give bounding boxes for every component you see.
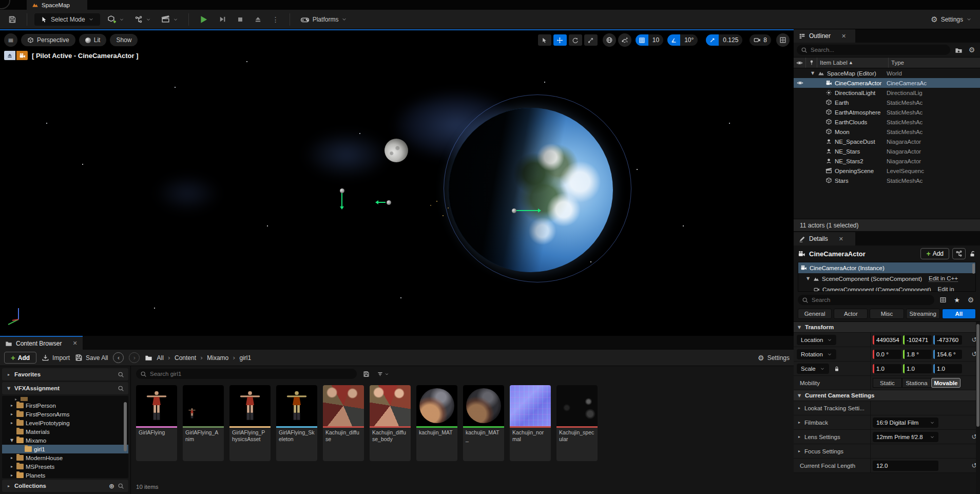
search-icon[interactable]: [118, 483, 124, 489]
edit-in-cpp-link[interactable]: Edit in: [938, 286, 954, 292]
outliner-row-stars[interactable]: Stars StaticMeshAc: [794, 176, 980, 185]
lens-settings-dropdown[interactable]: 12mm Prime f/2.8: [873, 432, 938, 442]
expand-arrow-icon[interactable]: ▸: [9, 455, 14, 460]
location-z-field[interactable]: -473760: [933, 335, 962, 345]
tree-row-planets[interactable]: ▸Planets: [2, 471, 128, 478]
tab-all[interactable]: All: [942, 309, 976, 319]
location-dropdown[interactable]: Location: [797, 335, 836, 345]
details-tab[interactable]: Details ✕: [794, 232, 855, 245]
outliner-tab[interactable]: Outliner ✕: [794, 29, 855, 43]
expand-arrow-icon[interactable]: ▸: [6, 372, 11, 377]
location-y-field[interactable]: -102471: [903, 335, 932, 345]
mobility-stationary-button[interactable]: Stationa: [902, 378, 931, 388]
outliner-row-openingscene[interactable]: OpeningScene LevelSequenc: [794, 166, 980, 176]
search-icon[interactable]: [118, 371, 124, 378]
asset-tile-girlaflying[interactable]: GirlAFlying: [136, 385, 177, 461]
blueprints-button[interactable]: [131, 13, 154, 26]
location-x-field[interactable]: 4490354: [873, 335, 901, 345]
add-component-button[interactable]: + Add: [920, 248, 949, 259]
item-label-column-header[interactable]: Item Label ▲: [817, 58, 889, 68]
show-dropdown[interactable]: Show: [110, 34, 138, 46]
close-icon[interactable]: ✕: [841, 33, 846, 40]
transform-section-header[interactable]: ▼ Transform: [794, 322, 980, 333]
camera-settings-section-header[interactable]: ▼ Current Camera Settings: [794, 390, 980, 401]
expand-arrow-icon[interactable]: ▸: [797, 420, 802, 425]
display-options-button[interactable]: [938, 295, 948, 305]
outliner-row-ne-stars2[interactable]: NE_Stars2 NiagaraActor: [794, 156, 980, 166]
outliner-row-world[interactable]: ▼ SpaceMap (Editor) World: [794, 68, 980, 78]
filmback-dropdown[interactable]: 16:9 Digital Film: [873, 417, 938, 428]
expand-arrow-icon[interactable]: ▸: [6, 484, 11, 488]
earth-planet[interactable]: [449, 108, 613, 272]
tree-row-girl1[interactable]: girl1: [2, 445, 128, 453]
visibility-eye-icon[interactable]: [794, 80, 806, 86]
platforms-dropdown[interactable]: Platforms: [297, 13, 351, 26]
asset-tile-kachujin-diffuse-body[interactable]: Kachujin_diffuse_body: [370, 385, 411, 461]
expand-arrow-icon[interactable]: ▸: [9, 421, 14, 425]
tree-row-mspresets[interactable]: ▸MSPresets: [2, 462, 128, 471]
focus-settings-row[interactable]: ▸ Focus Settings: [794, 444, 980, 459]
scale-tool-button[interactable]: [584, 34, 598, 46]
rotation-snap-control[interactable]: 10°: [667, 34, 698, 46]
gizmo-axis[interactable]: [341, 193, 342, 206]
lock-icon[interactable]: [834, 365, 840, 372]
back-button[interactable]: ‹: [113, 352, 124, 363]
skip-frame-button[interactable]: [216, 13, 229, 25]
tree-row-firstperson[interactable]: ▸FirstPerson: [2, 401, 128, 410]
tree-scrollbar[interactable]: [124, 402, 127, 451]
asset-tile-girlaflying-skeleton[interactable]: GirlAFlying_Skeleton: [276, 385, 317, 461]
mobility-static-button[interactable]: Static: [873, 378, 902, 388]
outliner-row-earth[interactable]: Earth StaticMeshAc: [794, 98, 980, 107]
outliner-row-ne-spacedust[interactable]: NE_SpaceDust NiagaraActor: [794, 137, 980, 146]
vfxassignment-header[interactable]: ▼ VFXAssignment: [2, 382, 128, 394]
details-settings-button[interactable]: ⚙: [966, 295, 976, 305]
level-viewport[interactable]: ≡ Perspective Lit Show 10 10°: [0, 29, 794, 336]
add-collection-icon[interactable]: ⊕: [109, 482, 114, 490]
import-button[interactable]: Import: [42, 354, 70, 362]
asset-tile-kachujin-normal[interactable]: Kachujin_normal: [510, 385, 551, 461]
crumb-content[interactable]: Content: [175, 354, 196, 362]
collections-header[interactable]: ▸ Collections ⊕: [2, 480, 128, 492]
expand-arrow-icon[interactable]: ▸: [9, 464, 14, 469]
expand-arrow-icon[interactable]: ▸: [797, 434, 802, 439]
viewport-options-menu[interactable]: ≡: [4, 33, 17, 47]
grid-snap-control[interactable]: 10: [636, 34, 663, 46]
details-scrollbar[interactable]: [976, 322, 980, 494]
play-button[interactable]: [196, 13, 212, 26]
rotation-dropdown[interactable]: Rotation: [797, 349, 836, 359]
details-search-input[interactable]: [812, 297, 930, 303]
app-logo[interactable]: [0, 0, 10, 9]
mobility-movable-button[interactable]: Movable: [931, 378, 960, 388]
asset-tile-kachujin-specular[interactable]: Kachujin_specular: [556, 385, 598, 461]
tree-row-firstpersonarms[interactable]: ▸FirstPersonArms: [2, 410, 128, 419]
perspective-dropdown[interactable]: Perspective: [21, 34, 75, 46]
close-icon[interactable]: ✕: [839, 236, 843, 242]
settings-dropdown[interactable]: ⚙ Settings: [928, 13, 975, 26]
surface-snapping-button[interactable]: [618, 33, 631, 47]
forward-button[interactable]: ›: [129, 352, 140, 363]
outliner-settings-button[interactable]: ⚙: [967, 45, 977, 55]
tree-row-clipped[interactable]: ▸: [2, 397, 128, 401]
save-level-button[interactable]: [5, 13, 20, 26]
view-mode-dropdown[interactable]: Lit: [79, 34, 107, 46]
tree-row-levelprototyping[interactable]: ▸LevelPrototyping: [2, 419, 128, 427]
asset-tile-girlaflying-anim[interactable]: GirlAFlying_Anim: [183, 385, 224, 461]
stop-piloting-button[interactable]: [4, 51, 15, 60]
cb-add-button[interactable]: + Add: [4, 352, 36, 364]
tab-actor[interactable]: Actor: [834, 309, 868, 319]
rotation-y-field[interactable]: 1.8 °: [903, 350, 932, 359]
expand-arrow-icon[interactable]: ▸: [9, 403, 14, 408]
close-icon[interactable]: ✕: [72, 340, 77, 347]
cb-settings-button[interactable]: ⚙ Settings: [758, 354, 790, 362]
gizmo-handle[interactable]: [512, 208, 516, 213]
maximize-viewport-button[interactable]: [776, 33, 790, 47]
gizmo-handle[interactable]: [340, 188, 344, 193]
asset-tile-kachujin-mat2[interactable]: kachujin_MAT_: [463, 385, 504, 461]
search-icon[interactable]: [118, 385, 124, 392]
asset-tile-kachujin-diffuse[interactable]: Kachujin_diffuse: [323, 385, 364, 461]
component-row-camera[interactable]: CameraComponent (CameraComponent) Edit i…: [798, 284, 975, 292]
outliner-search-input[interactable]: [811, 47, 946, 53]
expand-arrow-icon[interactable]: ▸: [9, 412, 14, 416]
favorites-header[interactable]: ▸ Favorites: [2, 368, 128, 381]
tree-row-mixamo[interactable]: ▼Mixamo: [2, 436, 128, 445]
